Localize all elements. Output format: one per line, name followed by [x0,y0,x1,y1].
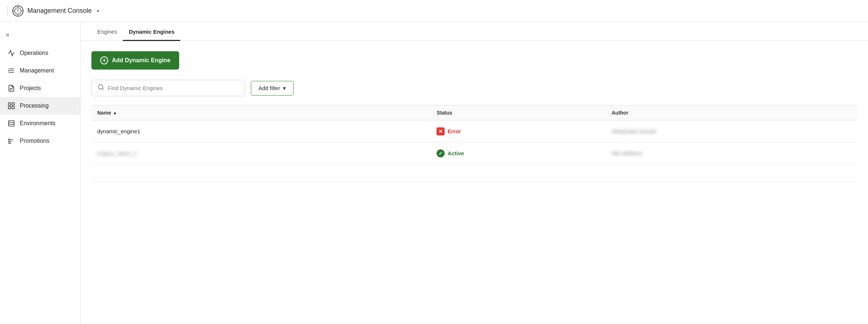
sidebar-item-environments[interactable]: Environments [0,115,80,132]
sidebar-item-promotions[interactable]: Promotions [0,132,80,150]
main-layout: « Operations Management [0,22,868,324]
engines-table: Name ▲ Status Author [91,105,857,182]
tab-dynamic-engines[interactable]: Dynamic Engines [123,22,180,41]
svg-rect-14 [8,103,11,105]
status-error-badge: ✕ Error [437,127,600,135]
collapse-icon: « [6,31,10,38]
svg-rect-15 [12,103,15,105]
engine-name-blurred: engine_name_2 [97,150,137,156]
svg-line-26 [102,88,103,89]
column-header-author: Author [606,105,857,120]
add-row-icon[interactable] [404,126,412,136]
filter-chevron-icon: ▾ [283,85,286,92]
sidebar-item-operations[interactable]: Operations [0,44,80,62]
sidebar-item-management[interactable]: Management [0,62,80,79]
table-row: engine_name_2 [91,142,857,164]
author-cell: Wladyslaw Nowak [606,120,857,142]
processing-icon [7,102,15,109]
search-input[interactable] [108,85,239,91]
top-header: Management Console ▾ [0,0,868,22]
delete-row-icon[interactable] [417,126,425,136]
active-icon: ✓ [437,149,445,157]
svg-marker-6 [17,8,19,11]
svg-marker-7 [17,11,19,14]
sidebar-label-environments: Environments [20,120,56,127]
content-body: + Add Dynamic Engine Add filter ▾ [80,41,868,324]
error-icon: ✕ [437,127,445,135]
sidebar-label-management: Management [20,67,54,74]
add-filter-button[interactable]: Add filter ▾ [251,81,294,96]
environments-icon [7,120,15,127]
author-cell: Nils Williams [606,142,857,164]
column-header-status: Status [431,105,606,120]
operations-icon [7,49,15,57]
status-cell: ✓ Active [431,142,606,164]
sidebar-label-operations: Operations [20,50,48,56]
add-row-icon[interactable] [404,148,412,158]
sort-arrow-icon: ▲ [113,110,117,115]
add-circle-icon: + [100,56,108,64]
tabs-bar: Engines Dynamic Engines [80,22,868,41]
status-active-badge: ✓ Active [437,149,600,157]
search-filter-row: Add filter ▾ [91,80,857,96]
add-dynamic-engine-button[interactable]: + Add Dynamic Engine [91,51,179,70]
sidebar-label-promotions: Promotions [20,138,49,144]
sidebar-label-projects: Projects [20,85,41,92]
tab-engines[interactable]: Engines [91,22,123,41]
sidebar: « Operations Management [0,22,80,324]
content-area: Engines Dynamic Engines + Add Dynamic En… [80,22,868,324]
sidebar-item-projects[interactable]: Projects [0,79,80,97]
name-cell: engine_name_2 [91,142,431,164]
svg-rect-17 [12,107,15,109]
name-cell: dynamic_engine1 [91,120,431,142]
engine-name: dynamic_engine1 [97,128,140,134]
compass-icon [12,5,24,17]
table-row-empty [91,164,857,182]
search-icon [98,84,104,92]
header-title: Management Console [27,7,92,15]
svg-rect-16 [8,107,11,109]
svg-rect-18 [9,121,14,126]
delete-row-icon[interactable] [417,148,425,158]
author-name: Nils Williams [612,150,643,156]
author-name: Wladyslaw Nowak [612,128,656,134]
table-row: dynamic_engine1 [91,120,857,142]
promotions-icon [7,137,15,145]
header-logo[interactable]: Management Console ▾ [12,5,99,17]
header-divider [7,6,8,16]
sidebar-item-processing[interactable]: Processing [0,97,80,115]
column-header-name: Name ▲ [91,105,431,120]
management-icon [7,67,15,74]
sidebar-collapse-button[interactable]: « [0,28,80,44]
status-cell: ✕ Error [431,120,606,142]
header-chevron-icon: ▾ [97,8,99,14]
search-box[interactable] [91,80,245,96]
sidebar-label-processing: Processing [20,103,49,109]
svg-point-11 [8,70,10,71]
projects-icon [7,85,15,92]
